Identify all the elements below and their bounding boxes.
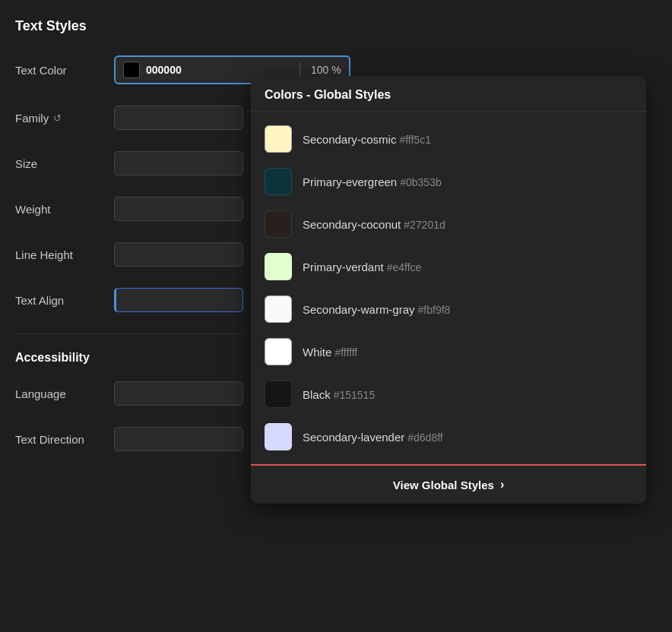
color-swatch-6 [265,381,292,408]
weight-input[interactable] [114,197,243,221]
text-align-input[interactable] [114,288,243,312]
color-hex-1: #0b353b [400,176,442,188]
language-row: Language [15,381,243,406]
language-label: Language [15,387,114,400]
chevron-right-icon: › [500,478,504,491]
color-list: Secondary-cosmic#fff5c1Primary-evergreen… [251,112,646,464]
weight-label: Weight [15,203,114,216]
hex-input[interactable] [146,64,289,76]
color-swatch-7 [265,423,292,450]
size-input[interactable] [114,151,243,175]
color-swatch-5 [265,338,292,365]
family-input[interactable] [114,106,243,130]
color-name-4: Secondary-warm-gray#fbf9f8 [303,303,450,316]
color-list-item[interactable]: Primary-verdant#e4ffce [251,245,646,288]
color-swatch-2 [265,210,292,238]
accessibility-title: Accessibility [15,351,243,365]
view-global-label: View Global Styles [393,479,494,491]
color-hex-4: #fbf9f8 [418,304,451,316]
divider [300,62,300,77]
color-name-0: Secondary-cosmic#fff5c1 [303,133,431,146]
text-styles-panel: Text Styles Text Color 100 % Family ↺ Si… [0,0,258,491]
text-align-row: Text Align [15,288,243,312]
text-color-row: Text Color 100 % [15,55,243,84]
section-divider [15,333,243,334]
size-row: Size [15,151,243,175]
color-hex-5: #ffffff [334,346,357,359]
color-name-3: Primary-verdant#e4ffce [303,261,421,273]
family-row: Family ↺ [15,106,243,130]
color-hex-7: #d6d8ff [407,431,442,444]
view-global-styles-button[interactable]: View Global Styles › [251,464,646,504]
color-hex-2: #27201d [404,219,445,231]
color-swatch[interactable] [123,62,140,78]
family-label: Family ↺ [15,112,114,125]
dropdown-header: Colors - Global Styles [251,76,646,112]
size-label: Size [15,157,114,170]
color-list-item[interactable]: Secondary-cosmic#fff5c1 [251,118,646,160]
panel-title: Text Styles [15,18,243,34]
line-height-input[interactable] [114,242,243,267]
color-hex-3: #e4ffce [387,261,422,273]
text-direction-input[interactable] [114,427,243,451]
color-swatch-3 [265,253,292,280]
color-name-6: Black#151515 [303,388,375,401]
color-list-item[interactable]: Primary-evergreen#0b353b [251,160,646,203]
color-swatch-1 [265,168,292,195]
color-hex-6: #151515 [334,389,376,401]
color-name-7: Secondary-lavender#d6d8ff [303,431,443,444]
color-list-item[interactable]: Secondary-warm-gray#fbf9f8 [251,288,646,330]
color-dropdown: Colors - Global Styles Secondary-cosmic#… [251,76,646,504]
color-swatch-4 [265,295,292,323]
color-list-item[interactable]: Black#151515 [251,373,646,416]
text-direction-row: Text Direction [15,427,243,451]
color-name-5: White#ffffff [303,346,357,359]
text-align-label: Text Align [15,294,114,307]
text-color-label: Text Color [15,64,114,77]
color-list-item[interactable]: White#ffffff [251,330,646,373]
reset-icon[interactable]: ↺ [53,112,62,124]
opacity-value: 100 % [311,64,341,76]
text-direction-label: Text Direction [15,433,114,446]
color-name-1: Primary-evergreen#0b353b [303,175,442,188]
color-list-item[interactable]: Secondary-coconut#27201d [251,203,646,245]
color-swatch-0 [265,125,292,153]
color-name-2: Secondary-coconut#27201d [303,218,445,231]
color-hex-0: #fff5c1 [399,134,431,146]
language-input[interactable] [114,381,243,406]
line-height-row: Line Height [15,242,243,267]
weight-row: Weight [15,197,243,221]
line-height-label: Line Height [15,248,114,261]
color-list-item[interactable]: Secondary-lavender#d6d8ff [251,416,646,458]
